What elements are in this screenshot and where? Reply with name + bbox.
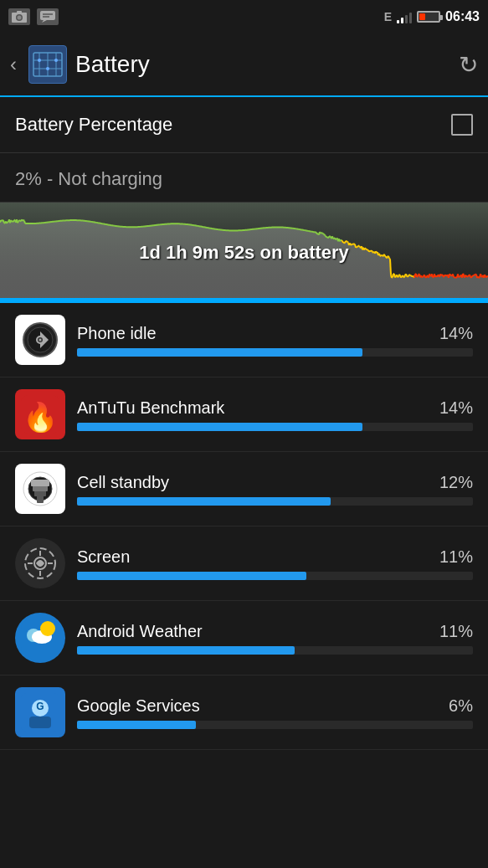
battery-list-item[interactable]: 🔥 AnTuTu Benchmark 14% xyxy=(0,378,488,452)
item-name: Google Services xyxy=(77,696,200,716)
status-time: 06:43 xyxy=(445,9,480,24)
item-bar-bg xyxy=(77,423,473,431)
weather-icon xyxy=(15,613,65,663)
content-area: Battery Percentage 2% - Not charging 1d … xyxy=(0,97,488,750)
phone-idle-icon xyxy=(15,315,65,365)
battery-list-item[interactable]: Android Weather 11% xyxy=(0,601,488,675)
screen-icon xyxy=(15,538,65,588)
svg-point-16 xyxy=(54,59,58,62)
item-info: Cell standby 12% xyxy=(77,473,473,506)
battery-status-icon xyxy=(417,11,440,23)
message-icon xyxy=(37,8,59,25)
item-info: Phone idle 14% xyxy=(77,324,473,357)
item-info: Google Services 6% xyxy=(77,696,473,729)
item-percent: 11% xyxy=(439,622,473,641)
item-bar-bg xyxy=(77,572,473,580)
battery-list-item[interactable]: Phone idle 14% xyxy=(0,303,488,378)
charging-status-text: 2% - Not charging xyxy=(15,168,162,189)
svg-point-14 xyxy=(38,59,41,62)
google-icon: G xyxy=(15,687,65,737)
signal-bars-icon xyxy=(397,10,412,23)
item-bar-fill xyxy=(77,497,331,506)
svg-point-21 xyxy=(39,339,42,342)
battery-percentage-label: Battery Percentage xyxy=(15,114,172,136)
svg-rect-3 xyxy=(17,11,22,13)
item-percent: 12% xyxy=(439,473,473,492)
graph-bottom-bar xyxy=(0,298,488,303)
status-bar: E 06:43 xyxy=(0,0,488,33)
svg-point-2 xyxy=(18,16,22,20)
battery-list-item[interactable]: Screen 11% xyxy=(0,526,488,601)
screenshot-icon xyxy=(8,8,30,25)
nav-left: ‹ Battery xyxy=(10,45,150,84)
svg-text:G: G xyxy=(36,701,44,712)
battery-percentage-row[interactable]: Battery Percentage xyxy=(0,97,488,153)
graph-time-label: 1d 1h 9m 52s on battery xyxy=(139,242,349,264)
item-name-row: Cell standby 12% xyxy=(77,473,473,492)
item-bar-bg xyxy=(77,721,473,729)
item-info: Screen 11% xyxy=(77,547,473,580)
status-bar-right: E 06:43 xyxy=(384,9,480,24)
item-name-row: Google Services 6% xyxy=(77,696,473,716)
battery-list-item[interactable]: G Google Services 6% xyxy=(0,675,488,750)
svg-point-36 xyxy=(40,621,55,636)
battery-items-list: Phone idle 14% 🔥 AnTuTu Benchmark 14% xyxy=(0,303,488,750)
item-name-row: Android Weather 11% xyxy=(77,622,473,641)
cell-icon xyxy=(15,464,65,514)
svg-text:🔥: 🔥 xyxy=(23,400,59,434)
item-bar-bg xyxy=(77,348,473,357)
item-bar-bg xyxy=(77,497,473,506)
item-bar-bg xyxy=(77,646,473,655)
svg-point-15 xyxy=(46,67,49,70)
item-percent: 14% xyxy=(439,398,473,418)
item-bar-fill xyxy=(77,572,306,580)
svg-rect-29 xyxy=(31,480,49,486)
battery-percentage-checkbox[interactable] xyxy=(451,114,473,136)
status-text-row: 2% - Not charging xyxy=(0,153,488,203)
item-info: AnTuTu Benchmark 14% xyxy=(77,398,473,431)
item-bar-fill xyxy=(77,646,295,655)
battery-graph: 1d 1h 9m 52s on battery xyxy=(0,203,488,303)
back-button[interactable]: ‹ xyxy=(10,53,17,76)
item-name: Screen xyxy=(77,547,130,567)
svg-rect-39 xyxy=(29,716,51,728)
item-name: Cell standby xyxy=(77,473,169,492)
network-type: E xyxy=(384,10,392,23)
item-name: Android Weather xyxy=(77,622,203,641)
item-bar-fill xyxy=(77,348,362,357)
battery-nav-icon xyxy=(28,45,67,84)
item-name-row: AnTuTu Benchmark 14% xyxy=(77,398,473,418)
item-percent: 6% xyxy=(449,696,473,716)
item-name: Phone idle xyxy=(77,324,157,343)
item-percent: 14% xyxy=(439,324,473,343)
item-bar-fill xyxy=(77,721,196,729)
status-bar-left xyxy=(8,8,59,25)
svg-marker-5 xyxy=(42,20,47,23)
battery-list-item[interactable]: Cell standby 12% xyxy=(0,452,488,526)
antutu-icon: 🔥 xyxy=(15,389,65,439)
item-bar-fill xyxy=(77,423,362,431)
nav-bar: ‹ Battery ↻ xyxy=(0,33,488,97)
item-info: Android Weather 11% xyxy=(77,622,473,655)
item-name: AnTuTu Benchmark xyxy=(77,398,224,418)
item-percent: 11% xyxy=(439,547,473,567)
item-name-row: Screen 11% xyxy=(77,547,473,567)
item-name-row: Phone idle 14% xyxy=(77,324,473,343)
nav-title: Battery xyxy=(75,51,150,78)
refresh-button[interactable]: ↻ xyxy=(459,51,478,79)
svg-rect-4 xyxy=(40,11,55,20)
